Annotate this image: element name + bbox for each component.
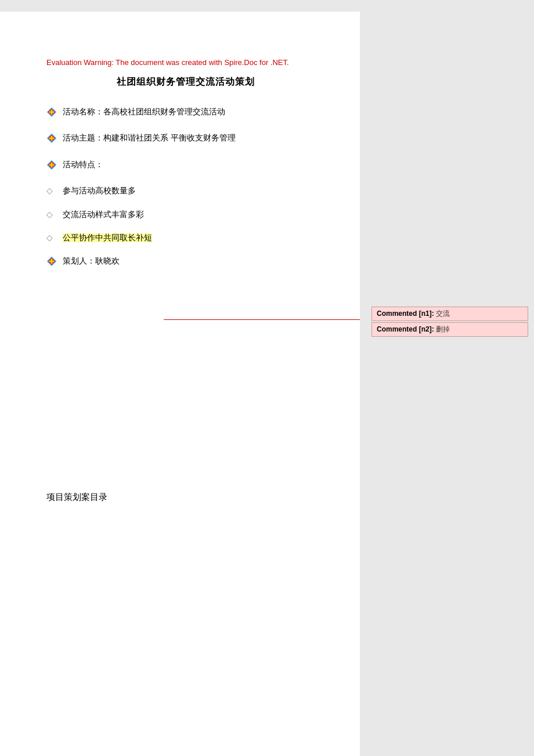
highlighted-text: 公平协作中共同取长补短 — [63, 233, 152, 242]
colored-bullet-icon — [46, 256, 59, 271]
list-item: ◇ 交流活动样式丰富多彩 — [46, 208, 325, 221]
colored-bullet-icon — [46, 133, 59, 147]
diamond-bullet-icon: ◇ — [46, 185, 59, 197]
comment-box-n2: Commented [n2]: 删掉 — [371, 322, 528, 337]
colored-bullet-icon — [46, 107, 59, 121]
eval-warning: Evaluation Warning: The document was cre… — [46, 58, 325, 67]
item-text-4: 参与活动高校数量多 — [63, 185, 136, 197]
list-item: 活动主题：构建和谐社团关系 平衡收支财务管理 — [46, 132, 325, 147]
list-item: 活动名称：各高校社团组织财务管理交流活动 — [46, 106, 325, 121]
sidebar-area: Commented [n1]: 交流 Commented [n2]: 删掉 — [360, 12, 534, 756]
colored-bullet-icon — [46, 160, 59, 174]
page-container: Evaluation Warning: The document was cre… — [0, 12, 534, 756]
item-text-2: 活动主题：构建和谐社团关系 平衡收支财务管理 — [63, 132, 236, 145]
diamond-bullet-icon: ◇ — [46, 208, 59, 221]
list-item: ◇ 参与活动高校数量多 — [46, 185, 325, 197]
content-section: 活动名称：各高校社团组织财务管理交流活动 活动主题：构建和谐社团关系 平衡收支财… — [46, 106, 325, 271]
comment-value-n1: 交流 — [436, 309, 450, 318]
item-text-6: 公平协作中共同取长补短 — [63, 232, 152, 244]
item-text-1: 活动名称：各高校社团组织财务管理交流活动 — [63, 106, 225, 118]
comment-label-n1: Commented [n1]: — [377, 309, 436, 318]
document-title: 社团组织财务管理交流活动策划 — [46, 76, 325, 88]
item-text-7: 策划人：耿晓欢 — [63, 255, 120, 268]
toc-section: 项目策划案目录 — [46, 492, 325, 503]
item-text-5: 交流活动样式丰富多彩 — [63, 208, 144, 221]
comment-value-n2: 删掉 — [436, 325, 450, 333]
list-item: ◇ 公平协作中共同取长补短 — [46, 232, 325, 244]
diamond-bullet-icon: ◇ — [46, 232, 59, 244]
comments-container: Commented [n1]: 交流 Commented [n2]: 删掉 — [371, 307, 528, 338]
comment-box-n1: Commented [n1]: 交流 — [371, 307, 528, 321]
item-text-3: 活动特点： — [63, 159, 103, 171]
comment-connector-line — [164, 319, 361, 320]
list-item: 策划人：耿晓欢 — [46, 255, 325, 271]
list-item: 活动特点： — [46, 159, 325, 174]
comment-label-n2: Commented [n2]: — [377, 325, 436, 333]
toc-title: 项目策划案目录 — [46, 492, 325, 503]
document-area: Evaluation Warning: The document was cre… — [0, 12, 360, 756]
